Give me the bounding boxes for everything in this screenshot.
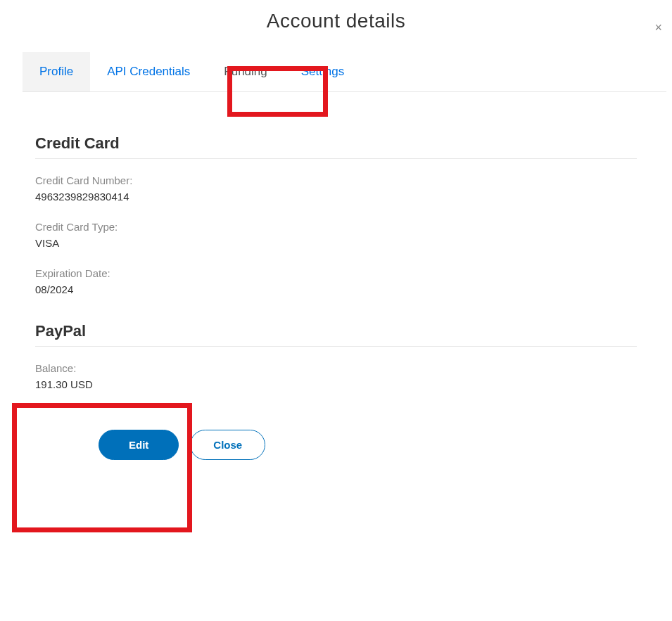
cc-exp-value: 08/2024 <box>35 283 637 295</box>
credit-card-heading: Credit Card <box>35 134 637 159</box>
cc-type-group: Credit Card Type: VISA <box>35 221 637 249</box>
cc-number-value: 4963239829830414 <box>35 191 637 203</box>
tab-funding[interactable]: Funding <box>207 52 284 91</box>
close-button[interactable]: Close <box>190 430 265 460</box>
paypal-balance-group: Balance: 191.30 USD <box>35 362 637 390</box>
paypal-heading: PayPal <box>35 322 637 347</box>
tab-api-credentials[interactable]: API Credentials <box>90 52 207 91</box>
cc-number-label: Credit Card Number: <box>35 174 637 186</box>
cc-exp-group: Expiration Date: 08/2024 <box>35 267 637 295</box>
cc-exp-label: Expiration Date: <box>35 267 637 279</box>
tab-settings[interactable]: Settings <box>284 52 361 91</box>
paypal-balance-value: 191.30 USD <box>35 378 637 390</box>
close-icon[interactable]: × <box>654 21 662 34</box>
cc-type-label: Credit Card Type: <box>35 221 637 233</box>
edit-button[interactable]: Edit <box>99 430 179 460</box>
tab-bar: Profile API Credentials Funding Settings <box>23 52 666 92</box>
footer-buttons: Edit Close <box>99 430 637 460</box>
account-details-modal: Account details × Profile API Credential… <box>0 0 672 481</box>
cc-number-group: Credit Card Number: 4963239829830414 <box>35 174 637 203</box>
tab-profile[interactable]: Profile <box>23 52 90 91</box>
paypal-balance-label: Balance: <box>35 362 637 374</box>
modal-title: Account details <box>0 10 672 32</box>
funding-content: Credit Card Credit Card Number: 49632398… <box>0 92 672 481</box>
cc-type-value: VISA <box>35 237 637 249</box>
